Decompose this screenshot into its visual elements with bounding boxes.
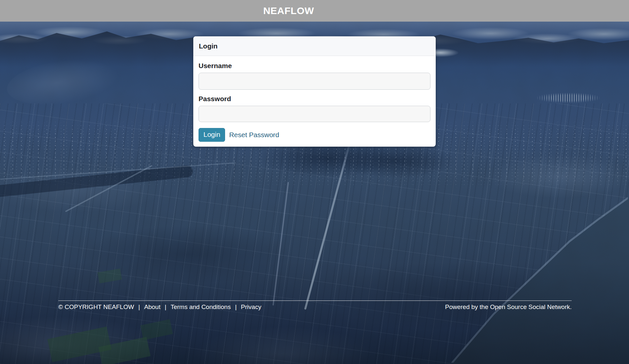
footer-separator: | [235,303,237,311]
login-button[interactable]: Login [199,128,225,142]
footer-link-privacy[interactable]: Privacy [241,303,261,311]
footer-separator: | [138,303,140,311]
password-label: Password [199,95,430,103]
footer-separator: | [165,303,166,311]
powered-by-text: Powered by the Open Source Social Networ… [445,303,572,311]
login-form: Username Password Login Reset Password [193,56,436,147]
username-label: Username [199,62,430,70]
reset-password-link[interactable]: Reset Password [229,131,279,139]
login-card: Login Username Password Login Reset Pass… [193,36,436,147]
site-title: NEAFLOW [263,0,314,22]
top-header: NEAFLOW [0,0,629,22]
footer: © COPYRIGHT NEAFLOW | About | Terms and … [58,300,572,311]
login-card-title: Login [199,42,218,50]
footer-left: © COPYRIGHT NEAFLOW | About | Terms and … [58,303,261,311]
login-card-header: Login [193,36,436,56]
username-input[interactable] [199,73,430,90]
login-actions: Login Reset Password [199,128,430,142]
footer-link-terms[interactable]: Terms and Conditions [171,303,231,311]
footer-link-about[interactable]: About [144,303,161,311]
copyright-text: © COPYRIGHT NEAFLOW [58,303,134,311]
password-input[interactable] [199,106,430,122]
